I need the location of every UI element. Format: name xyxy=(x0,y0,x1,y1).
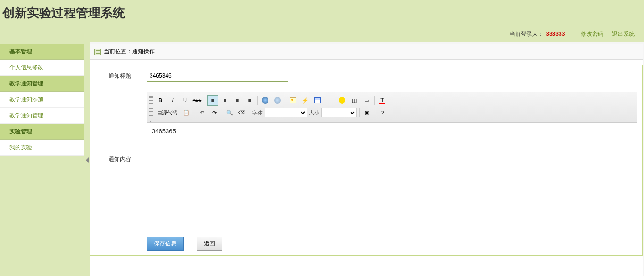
pagebreak-button[interactable]: ▭ xyxy=(361,95,372,106)
sidebar: 基本管理 个人信息修改 教学通知管理 教学通知添加 教学通知管理 实验管理 我的… xyxy=(0,42,85,276)
content-label: 通知内容： xyxy=(90,87,142,232)
align-center-button[interactable]: ≡ xyxy=(219,95,231,106)
form-table: 通知标题： 通知内容： B I U AB xyxy=(90,65,643,256)
align-left-button[interactable]: ≡ xyxy=(207,95,218,106)
font-select[interactable] xyxy=(265,108,307,117)
paste-button[interactable]: 📋 xyxy=(181,107,192,118)
underline-button[interactable]: U xyxy=(179,95,191,106)
sidebar-item-my-experiment[interactable]: 我的实验 xyxy=(0,140,84,156)
breadcrumb: 当前位置：通知操作 xyxy=(90,44,643,60)
username: 333333 xyxy=(546,31,565,37)
flash-button[interactable]: ⚡ xyxy=(300,95,311,106)
separator-icon xyxy=(194,108,194,117)
top-bar: 当前登录人：333333 修改密码 退出系统 xyxy=(0,26,644,42)
title-input[interactable] xyxy=(147,70,288,82)
menu-header-experiment: 实验管理 xyxy=(0,124,84,140)
title-label: 通知标题： xyxy=(90,65,142,87)
editor-body[interactable]: 3465365 xyxy=(147,123,637,227)
size-label: 大小 xyxy=(309,109,319,116)
back-button[interactable]: 返回 xyxy=(197,237,222,251)
sidebar-item-notice-manage[interactable]: 教学通知管理 xyxy=(0,108,84,124)
main-content: 当前位置：通知操作 通知标题： 通知内容： B xyxy=(90,44,643,276)
toolbar-grip-icon xyxy=(149,108,153,117)
globe-icon xyxy=(262,97,268,104)
separator-icon xyxy=(257,96,258,105)
smile-icon xyxy=(339,97,345,104)
app-header: 创新实验过程管理系统 xyxy=(0,0,644,26)
table-button[interactable] xyxy=(312,95,323,106)
logout-link[interactable]: 退出系统 xyxy=(612,31,635,37)
textcolor-icon xyxy=(379,97,385,104)
rich-editor: B I U ABC ≡ ≡ ≡ ≡ xyxy=(147,92,637,227)
editor-toolbar: B I U ABC ≡ ≡ ≡ ≡ xyxy=(147,92,637,121)
redo-button[interactable]: ↷ xyxy=(209,107,220,118)
menu-header-basic: 基本管理 xyxy=(0,44,84,60)
globe-off-icon xyxy=(274,97,281,104)
help-button[interactable]: ? xyxy=(377,107,388,118)
size-select[interactable] xyxy=(321,108,357,117)
sidebar-item-notice-add[interactable]: 教学通知添加 xyxy=(0,92,84,108)
sidebar-item-profile[interactable]: 个人信息修改 xyxy=(0,60,84,76)
breadcrumb-icon xyxy=(94,49,101,55)
find-button[interactable]: 🔍 xyxy=(224,107,235,118)
special-button[interactable]: ◫ xyxy=(349,95,360,106)
separator-icon xyxy=(250,108,250,117)
textcolor-button[interactable] xyxy=(376,95,388,106)
align-justify-button[interactable]: ≡ xyxy=(244,95,255,106)
strike-button[interactable]: ABC xyxy=(192,95,203,106)
font-label: 字体 xyxy=(252,109,263,116)
italic-button[interactable]: I xyxy=(167,95,178,106)
separator-icon xyxy=(285,96,285,105)
link-button[interactable] xyxy=(259,95,271,106)
editor-resize-handle[interactable] xyxy=(147,121,637,123)
separator-icon xyxy=(205,96,205,105)
separator-icon xyxy=(359,108,360,117)
eraser-button[interactable]: ⌫ xyxy=(236,107,248,118)
bold-button[interactable]: B xyxy=(155,95,166,106)
toolbar-grip-icon xyxy=(149,96,153,105)
image-button[interactable] xyxy=(287,95,299,106)
table-icon xyxy=(314,97,321,103)
source-button[interactable]: ▤ 源代码 xyxy=(155,107,180,118)
image-icon xyxy=(290,97,296,103)
menu-header-notice: 教学通知管理 xyxy=(0,76,84,92)
sidebar-collapse[interactable] xyxy=(85,42,90,276)
separator-icon xyxy=(374,96,375,105)
save-button[interactable]: 保存信息 xyxy=(147,237,184,251)
breadcrumb-text: 当前位置：通知操作 xyxy=(104,48,155,56)
separator-icon xyxy=(375,108,375,117)
change-password-link[interactable]: 修改密码 xyxy=(581,31,603,37)
fullscreen-button[interactable]: ▣ xyxy=(361,107,373,118)
separator-icon xyxy=(222,108,222,117)
current-user-label: 当前登录人： xyxy=(510,31,544,37)
emoji-button[interactable] xyxy=(336,95,348,106)
align-right-button[interactable]: ≡ xyxy=(232,95,243,106)
unlink-button[interactable] xyxy=(272,95,283,106)
hr-button[interactable]: — xyxy=(324,95,335,106)
collapse-arrow-icon xyxy=(86,157,89,163)
app-title: 创新实验过程管理系统 xyxy=(2,5,644,21)
undo-button[interactable]: ↶ xyxy=(196,107,208,118)
